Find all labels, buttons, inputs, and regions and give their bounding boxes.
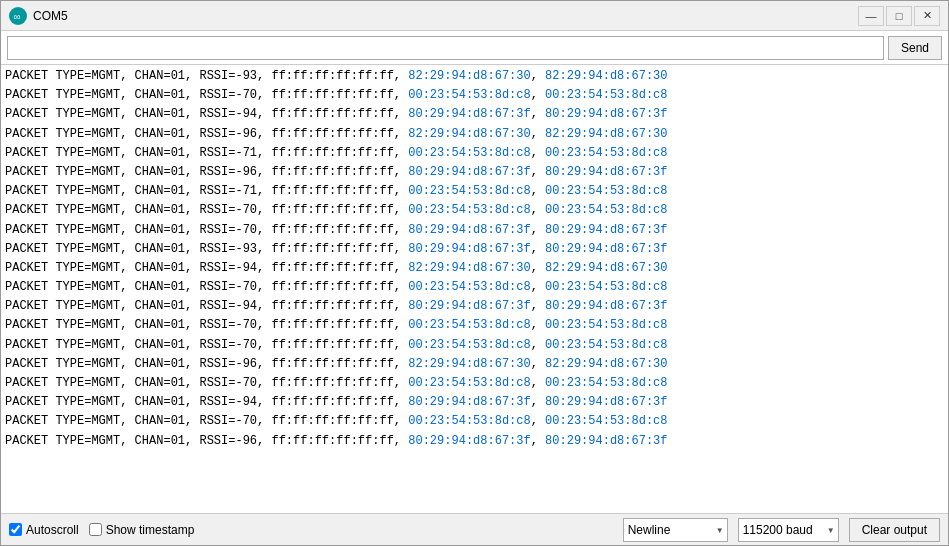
line-prefix: PACKET TYPE=MGMT, CHAN=01, RSSI=-94, ff:… — [5, 299, 408, 313]
timestamp-label: Show timestamp — [106, 523, 195, 537]
line-prefix: PACKET TYPE=MGMT, CHAN=01, RSSI=-70, ff:… — [5, 223, 408, 237]
autoscroll-checkbox[interactable] — [9, 523, 22, 536]
mac-highlight-1: 00:23:54:53:8d:c8 — [408, 414, 530, 428]
mac-highlight-1: 00:23:54:53:8d:c8 — [408, 376, 530, 390]
line-prefix: PACKET TYPE=MGMT, CHAN=01, RSSI=-70, ff:… — [5, 414, 408, 428]
line-prefix: PACKET TYPE=MGMT, CHAN=01, RSSI=-94, ff:… — [5, 395, 408, 409]
line-prefix: PACKET TYPE=MGMT, CHAN=01, RSSI=-70, ff:… — [5, 203, 408, 217]
minimize-button[interactable]: — — [858, 6, 884, 26]
mac-highlight-2: 80:29:94:d8:67:3f — [545, 223, 667, 237]
mac-highlight-2: 00:23:54:53:8d:c8 — [545, 318, 667, 332]
maximize-button[interactable]: □ — [886, 6, 912, 26]
autoscroll-label: Autoscroll — [26, 523, 79, 537]
line-sep: , — [531, 223, 545, 237]
autoscroll-checkbox-label[interactable]: Autoscroll — [9, 523, 79, 537]
line-sep: , — [531, 146, 545, 160]
line-prefix: PACKET TYPE=MGMT, CHAN=01, RSSI=-93, ff:… — [5, 69, 408, 83]
input-toolbar: Send — [1, 31, 948, 65]
mac-highlight-2: 80:29:94:d8:67:3f — [545, 165, 667, 179]
mac-highlight-1: 82:29:94:d8:67:30 — [408, 69, 530, 83]
mac-highlight-2: 00:23:54:53:8d:c8 — [545, 203, 667, 217]
line-prefix: PACKET TYPE=MGMT, CHAN=01, RSSI=-96, ff:… — [5, 357, 408, 371]
output-line: PACKET TYPE=MGMT, CHAN=01, RSSI=-96, ff:… — [5, 355, 944, 374]
mac-highlight-1: 80:29:94:d8:67:3f — [408, 223, 530, 237]
line-prefix: PACKET TYPE=MGMT, CHAN=01, RSSI=-71, ff:… — [5, 184, 408, 198]
mac-highlight-1: 00:23:54:53:8d:c8 — [408, 338, 530, 352]
output-line: PACKET TYPE=MGMT, CHAN=01, RSSI=-70, ff:… — [5, 221, 944, 240]
close-button[interactable]: ✕ — [914, 6, 940, 26]
window-title: COM5 — [33, 9, 858, 23]
output-line: PACKET TYPE=MGMT, CHAN=01, RSSI=-93, ff:… — [5, 67, 944, 86]
output-line: PACKET TYPE=MGMT, CHAN=01, RSSI=-71, ff:… — [5, 182, 944, 201]
line-prefix: PACKET TYPE=MGMT, CHAN=01, RSSI=-94, ff:… — [5, 261, 408, 275]
mac-highlight-2: 00:23:54:53:8d:c8 — [545, 88, 667, 102]
mac-highlight-2: 80:29:94:d8:67:3f — [545, 395, 667, 409]
svg-text:∞: ∞ — [14, 11, 21, 22]
line-sep: , — [531, 261, 545, 275]
line-sep: , — [531, 357, 545, 371]
serial-input[interactable] — [7, 36, 884, 60]
mac-highlight-1: 82:29:94:d8:67:30 — [408, 357, 530, 371]
mac-highlight-2: 82:29:94:d8:67:30 — [545, 127, 667, 141]
mac-highlight-2: 00:23:54:53:8d:c8 — [545, 414, 667, 428]
output-line: PACKET TYPE=MGMT, CHAN=01, RSSI=-94, ff:… — [5, 105, 944, 124]
mac-highlight-2: 00:23:54:53:8d:c8 — [545, 376, 667, 390]
line-sep: , — [531, 242, 545, 256]
line-sep: , — [531, 203, 545, 217]
newline-select[interactable]: No line endingNewlineCarriage returnBoth… — [623, 518, 728, 542]
output-line: PACKET TYPE=MGMT, CHAN=01, RSSI=-94, ff:… — [5, 297, 944, 316]
mac-highlight-1: 00:23:54:53:8d:c8 — [408, 280, 530, 294]
mac-highlight-1: 82:29:94:d8:67:30 — [408, 127, 530, 141]
mac-highlight-1: 80:29:94:d8:67:3f — [408, 395, 530, 409]
line-sep: , — [531, 69, 545, 83]
mac-highlight-2: 00:23:54:53:8d:c8 — [545, 146, 667, 160]
baud-select[interactable]: 300 baud1200 baud2400 baud4800 baud9600 … — [738, 518, 839, 542]
mac-highlight-2: 80:29:94:d8:67:3f — [545, 299, 667, 313]
mac-highlight-1: 82:29:94:d8:67:30 — [408, 261, 530, 275]
line-sep: , — [531, 434, 545, 448]
line-prefix: PACKET TYPE=MGMT, CHAN=01, RSSI=-96, ff:… — [5, 127, 408, 141]
output-line: PACKET TYPE=MGMT, CHAN=01, RSSI=-70, ff:… — [5, 201, 944, 220]
mac-highlight-2: 00:23:54:53:8d:c8 — [545, 184, 667, 198]
arduino-logo-icon: ∞ — [9, 7, 27, 25]
line-prefix: PACKET TYPE=MGMT, CHAN=01, RSSI=-70, ff:… — [5, 280, 408, 294]
line-sep: , — [531, 338, 545, 352]
line-sep: , — [531, 184, 545, 198]
line-prefix: PACKET TYPE=MGMT, CHAN=01, RSSI=-71, ff:… — [5, 146, 408, 160]
line-prefix: PACKET TYPE=MGMT, CHAN=01, RSSI=-70, ff:… — [5, 318, 408, 332]
output-line: PACKET TYPE=MGMT, CHAN=01, RSSI=-70, ff:… — [5, 374, 944, 393]
serial-monitor-window: ∞ COM5 — □ ✕ Send PACKET TYPE=MGMT, CHAN… — [0, 0, 949, 546]
mac-highlight-1: 00:23:54:53:8d:c8 — [408, 146, 530, 160]
status-bar: Autoscroll Show timestamp No line ending… — [1, 513, 948, 545]
output-line: PACKET TYPE=MGMT, CHAN=01, RSSI=-96, ff:… — [5, 432, 944, 451]
line-sep: , — [531, 127, 545, 141]
clear-output-button[interactable]: Clear output — [849, 518, 940, 542]
line-prefix: PACKET TYPE=MGMT, CHAN=01, RSSI=-70, ff:… — [5, 338, 408, 352]
send-button[interactable]: Send — [888, 36, 942, 60]
timestamp-checkbox-label[interactable]: Show timestamp — [89, 523, 195, 537]
line-prefix: PACKET TYPE=MGMT, CHAN=01, RSSI=-96, ff:… — [5, 165, 408, 179]
output-area[interactable]: PACKET TYPE=MGMT, CHAN=01, RSSI=-93, ff:… — [1, 65, 948, 513]
mac-highlight-2: 82:29:94:d8:67:30 — [545, 261, 667, 275]
mac-highlight-1: 80:29:94:d8:67:3f — [408, 299, 530, 313]
line-sep: , — [531, 318, 545, 332]
line-prefix: PACKET TYPE=MGMT, CHAN=01, RSSI=-70, ff:… — [5, 376, 408, 390]
mac-highlight-1: 00:23:54:53:8d:c8 — [408, 203, 530, 217]
mac-highlight-1: 00:23:54:53:8d:c8 — [408, 88, 530, 102]
mac-highlight-2: 00:23:54:53:8d:c8 — [545, 280, 667, 294]
mac-highlight-2: 00:23:54:53:8d:c8 — [545, 338, 667, 352]
line-prefix: PACKET TYPE=MGMT, CHAN=01, RSSI=-70, ff:… — [5, 88, 408, 102]
line-prefix: PACKET TYPE=MGMT, CHAN=01, RSSI=-96, ff:… — [5, 434, 408, 448]
output-line: PACKET TYPE=MGMT, CHAN=01, RSSI=-96, ff:… — [5, 163, 944, 182]
line-sep: , — [531, 376, 545, 390]
timestamp-checkbox[interactable] — [89, 523, 102, 536]
mac-highlight-2: 80:29:94:d8:67:3f — [545, 242, 667, 256]
line-prefix: PACKET TYPE=MGMT, CHAN=01, RSSI=-93, ff:… — [5, 242, 408, 256]
mac-highlight-1: 00:23:54:53:8d:c8 — [408, 184, 530, 198]
mac-highlight-1: 80:29:94:d8:67:3f — [408, 107, 530, 121]
mac-highlight-2: 82:29:94:d8:67:30 — [545, 357, 667, 371]
line-sep: , — [531, 88, 545, 102]
mac-highlight-1: 80:29:94:d8:67:3f — [408, 434, 530, 448]
output-line: PACKET TYPE=MGMT, CHAN=01, RSSI=-70, ff:… — [5, 278, 944, 297]
line-sep: , — [531, 280, 545, 294]
